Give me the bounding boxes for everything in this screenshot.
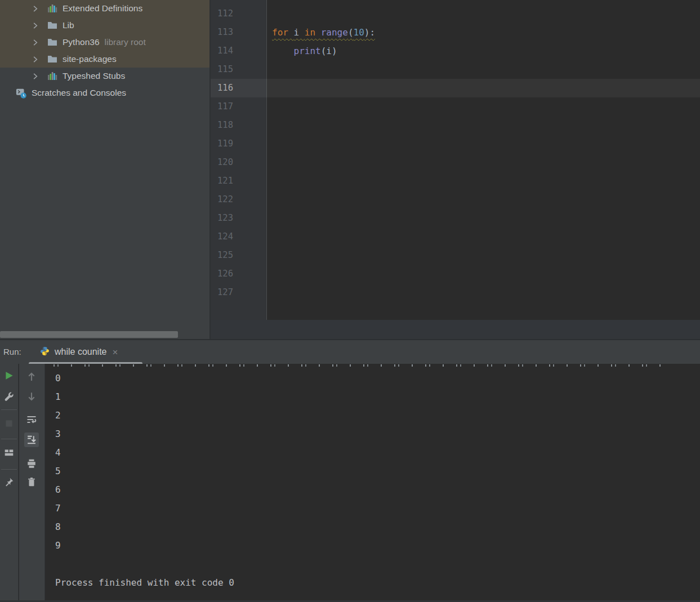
run-header: Run: while counite × (0, 339, 700, 364)
tree-item-site-packages[interactable]: site-packages (0, 51, 209, 68)
chevron-right-icon[interactable] (31, 38, 39, 47)
line-number[interactable]: 117 (211, 97, 233, 116)
run-tool-window: Run: while counite × 0123456789Process f… (0, 339, 700, 602)
stop-button[interactable] (2, 417, 16, 430)
restore-layout-button[interactable] (2, 445, 16, 459)
scroll-end-icon (26, 434, 37, 445)
toolbar-separator (1, 439, 17, 439)
editor-line-115[interactable]: 115 (211, 60, 700, 79)
library-icon (47, 3, 58, 14)
line-number[interactable]: 114 (211, 42, 233, 60)
console-line: 8 (55, 518, 234, 536)
line-number[interactable]: 123 (211, 209, 233, 228)
run-toolbar-main (0, 364, 19, 602)
trash-icon (26, 477, 37, 487)
editor-line-117[interactable]: 117 (211, 97, 700, 116)
line-number[interactable]: 125 (211, 246, 233, 265)
console-lines: 0123456789Process finished with exit cod… (55, 369, 234, 592)
editor-line-114[interactable]: 114 print(i) (211, 42, 700, 60)
line-number[interactable]: 120 (211, 153, 233, 172)
scroll-to-end-button[interactable] (24, 432, 39, 447)
console-line: 6 (55, 480, 234, 499)
console-blank-line (55, 555, 234, 573)
code-text: print(i) (272, 42, 337, 60)
print-button[interactable] (24, 456, 39, 471)
folder-icon (47, 53, 58, 65)
editor-line-116[interactable]: 116 (211, 79, 700, 97)
editor-line-125[interactable]: 125 (211, 246, 700, 265)
close-icon[interactable]: × (113, 347, 118, 357)
console-line: 4 (55, 443, 234, 462)
clear-all-button[interactable] (24, 475, 39, 489)
editor-line-121[interactable]: 121 (211, 172, 700, 190)
scroll-down-button[interactable] (24, 389, 39, 404)
folder-icon (47, 20, 58, 31)
line-number[interactable]: 116 (211, 79, 233, 97)
scratches-icon (16, 87, 27, 99)
editor-line-113[interactable]: 113for i in range(10): (211, 23, 700, 42)
editor-hscrollbar-track[interactable] (211, 320, 700, 340)
stop-icon (4, 418, 14, 429)
console-line: 2 (55, 406, 234, 425)
editor-line-119[interactable]: 119 (211, 135, 700, 153)
console-line: 7 (55, 499, 234, 518)
line-number[interactable]: 112 (211, 5, 233, 23)
line-number[interactable]: 126 (211, 265, 233, 283)
tree-item-typeshed-stubs[interactable]: Typeshed Stubs (0, 68, 209, 84)
line-number[interactable]: 124 (211, 228, 233, 246)
scroll-up-button[interactable] (24, 369, 39, 384)
tree-item-label: Extended Definitions (63, 3, 142, 14)
tree-item-lib[interactable]: Lib (0, 17, 209, 34)
line-number[interactable]: 127 (211, 283, 233, 302)
editor-line-120[interactable]: 120 (211, 153, 700, 172)
chevron-right-icon[interactable] (31, 21, 39, 30)
run-label: Run: (3, 340, 21, 364)
pin-button[interactable] (2, 475, 16, 489)
print-icon (26, 458, 37, 469)
tree-item-label: Lib (63, 20, 74, 30)
soft-wrap-icon (26, 414, 37, 425)
rerun-icon (4, 371, 14, 381)
toolbar-separator (1, 469, 17, 470)
editor-line-127[interactable]: 127 (211, 283, 700, 302)
tree-item-suffix: library root (105, 37, 146, 47)
soft-wrap-button[interactable] (24, 412, 39, 427)
code-editor[interactable]: 112113for i in range(10):114 print(i)115… (211, 0, 700, 340)
project-tree-hscrollbar-thumb[interactable] (0, 331, 178, 338)
editor-line-118[interactable]: 118 (211, 116, 700, 135)
arrow-down-icon (26, 391, 37, 402)
editor-line-122[interactable]: 122 (211, 190, 700, 209)
chevron-right-icon[interactable] (31, 55, 39, 64)
line-number[interactable]: 121 (211, 172, 233, 190)
tree-item-extended-definitions[interactable]: Extended Definitions (0, 0, 209, 17)
python-icon (40, 346, 50, 358)
project-tree-panel: Extended DefinitionsLibPython36library r… (0, 0, 211, 340)
run-tab[interactable]: while counite × (29, 340, 123, 364)
editor-line-112[interactable]: 112 (211, 5, 700, 23)
editor-line-124[interactable]: 124 (211, 228, 700, 246)
pycharm-window: Extended DefinitionsLibPython36library r… (0, 0, 700, 602)
line-number[interactable]: 115 (211, 60, 233, 79)
rerun-button[interactable] (2, 369, 16, 382)
tree-item-label: Scratches and Consoles (32, 88, 126, 98)
editor-line-126[interactable]: 126 (211, 265, 700, 283)
settings-button[interactable] (2, 390, 16, 404)
pin-icon (4, 477, 14, 487)
chevron-right-icon[interactable] (31, 5, 39, 13)
tree-item-scratches-and-consoles[interactable]: Scratches and Consoles (0, 84, 209, 101)
line-number[interactable]: 118 (211, 116, 233, 135)
line-number[interactable]: 122 (211, 190, 233, 209)
code-text: for i in range(10): (272, 23, 375, 42)
chevron-right-icon[interactable] (31, 72, 39, 81)
console-line: 0 (55, 369, 234, 387)
wrench-icon (4, 392, 14, 402)
console-line: Process finished with exit code 0 (55, 573, 234, 592)
line-number[interactable]: 119 (211, 135, 233, 153)
arrow-up-icon (26, 371, 37, 382)
editor-line-123[interactable]: 123 (211, 209, 700, 228)
line-number[interactable]: 113 (211, 23, 233, 42)
library-icon (47, 70, 58, 82)
console-line: 1 (55, 387, 234, 406)
console-output-area[interactable]: 0123456789Process finished with exit cod… (45, 364, 700, 602)
tree-item-python36[interactable]: Python36library root (0, 34, 209, 51)
